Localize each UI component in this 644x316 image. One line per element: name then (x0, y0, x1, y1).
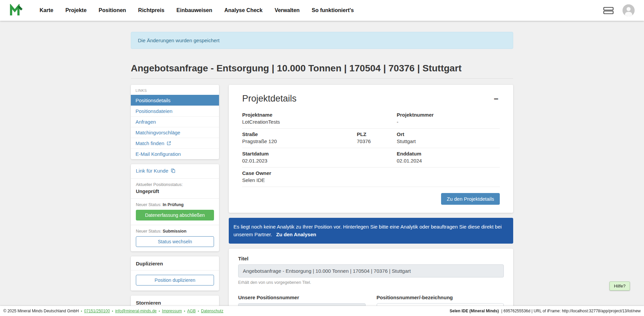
sidebar-item-label: Matchingvorschläge (136, 130, 180, 135)
projektnummer-field: Projektnummer - (397, 112, 500, 125)
titel-label: Titel (238, 256, 504, 261)
page-content: Die Änderungen wurden gespeichert Angebo… (131, 32, 513, 316)
sidebar: LINKS Positionsdetails Positionsdateien … (131, 85, 219, 316)
success-alert: Die Änderungen wurden gespeichert (131, 32, 513, 49)
position-number-label: Unsere Positionsnummer (238, 295, 366, 300)
enddatum-value: 02.01.2024 (397, 158, 500, 164)
nav-analyse-check[interactable]: Analyse Check (224, 7, 263, 13)
footer-phone-link[interactable]: 07151/250100 (84, 309, 110, 313)
submit-status-value: Submission (163, 229, 186, 234)
sidebar-item-label: Match finden (136, 140, 164, 146)
switch-status-button[interactable]: Status wechseln (136, 236, 214, 247)
nav-positionen[interactable]: Positionen (99, 7, 126, 13)
project-row-3: Startdatum 02.01.2023 Enddatum 02.01.202… (242, 148, 500, 168)
card-reader-icon[interactable] (603, 6, 614, 14)
collapse-button[interactable]: − (492, 95, 500, 103)
bullet-separator (81, 309, 82, 313)
top-navigation: Karte Projekte Positionen Richtpreis Ein… (0, 0, 644, 21)
custom-number-label: Positionsnummer/-bezeichnung (377, 295, 504, 300)
new-status-prefix: Neuer Status: (136, 229, 161, 234)
current-status-section: Aktueller Positionsstatus: Ungeprüft (131, 179, 219, 199)
projektnummer-label: Projektnummer (397, 112, 500, 118)
nav-so-funktionierts[interactable]: So funktioniert's (312, 7, 354, 13)
project-details-footer: Zu den Projektdetails (242, 193, 500, 205)
startdatum-label: Startdatum (242, 151, 397, 156)
footer: © 2025 Mineral Minds Deutschland GmbH 07… (0, 306, 644, 316)
footer-impressum-link[interactable]: Impressum (162, 309, 182, 313)
alert-message: Die Änderungen wurden gespeichert (138, 38, 220, 43)
footer-email-link[interactable]: info@mineral-minds.de (115, 309, 157, 313)
plz-label: PLZ (357, 131, 397, 137)
complete-data-entry-button[interactable]: Datenerfassung abschließen (136, 210, 214, 220)
nav-karte[interactable]: Karte (40, 7, 53, 13)
content-row: LINKS Positionsdetails Positionsdateien … (131, 85, 513, 316)
sidebar-item-label: E-Mail Konfiguration (136, 151, 181, 157)
duplicate-card-body: Position duplizieren (131, 270, 219, 291)
duplicate-card-title: Duplizieren (131, 256, 219, 270)
next-status-section: Neuer Status: In Prüfung Datenerfassung … (131, 199, 219, 225)
duplicate-position-button[interactable]: Position duplizieren (136, 275, 214, 286)
projektname-field: Projektname LotCreationTests (242, 112, 397, 125)
project-details-card: Projektdetails − Projektname LotCreation… (229, 85, 513, 213)
copyright-text: © 2025 Mineral Minds Deutschland GmbH (3, 309, 79, 313)
bullet-separator (184, 309, 185, 313)
projektname-label: Projektname (242, 112, 397, 118)
customer-link-label: Link für Kunde (136, 168, 168, 174)
project-details-link-button[interactable]: Zu den Projektdetails (441, 193, 500, 205)
next-status-label: Neuer Status: In Prüfung (136, 202, 214, 207)
sidebar-item-positionsdateien[interactable]: Positionsdateien (131, 106, 219, 116)
person-icon (623, 4, 635, 16)
session-details: | 69576255536d | URL of iFrame: http://l… (501, 309, 641, 313)
topnav-right (603, 4, 635, 16)
footer-agb-link[interactable]: AGB (187, 309, 196, 313)
help-button[interactable]: Hilfe? (609, 281, 630, 291)
strasse-label: Straße (242, 131, 357, 137)
nav-richtpreis[interactable]: Richtpreis (138, 7, 164, 13)
bullet-separator (159, 309, 160, 313)
plz-value: 70376 (357, 138, 397, 144)
footer-left: © 2025 Mineral Minds Deutschland GmbH 07… (3, 309, 223, 313)
case-owner-label: Case Owner (242, 170, 397, 176)
external-link-icon (167, 141, 171, 145)
current-status-value: Ungeprüft (136, 189, 214, 194)
brand-logo[interactable] (9, 4, 23, 17)
links-card: LINKS Positionsdetails Positionsdateien … (131, 85, 219, 159)
links-header: LINKS (131, 85, 219, 95)
session-user: Selen IDE (Mineral Minds) (450, 309, 499, 313)
next-status-value: In Prüfung (163, 202, 184, 207)
customer-link[interactable]: Link für Kunde (136, 168, 175, 174)
main-nav: Karte Projekte Positionen Richtpreis Ein… (40, 7, 354, 13)
strasse-field: Straße Pragstraße 120 (242, 131, 357, 144)
copy-icon (171, 168, 175, 173)
strasse-value: Pragstraße 120 (242, 138, 357, 144)
mineral-minds-logo-icon (9, 4, 23, 17)
project-details-title: Projektdetails (242, 93, 297, 104)
sidebar-item-match-finden[interactable]: Match finden (131, 138, 219, 148)
sidebar-item-positionsdetails[interactable]: Positionsdetails (131, 95, 219, 106)
user-avatar[interactable] (623, 4, 635, 16)
projektname-value: LotCreationTests (242, 119, 397, 125)
projektnummer-value: - (397, 119, 500, 125)
project-details-header: Projektdetails − (242, 93, 500, 104)
sidebar-item-anfragen[interactable]: Anfragen (131, 116, 219, 127)
analytics-banner: Es liegt noch keine Analytik zu Ihrer Po… (229, 218, 513, 244)
main-column: Projektdetails − Projektname LotCreation… (229, 85, 513, 316)
startdatum-field: Startdatum 02.01.2023 (242, 151, 397, 164)
nav-projekte[interactable]: Projekte (65, 7, 87, 13)
sidebar-item-matchingvorschlaege[interactable]: Matchingvorschläge (131, 127, 219, 138)
titel-input (238, 264, 504, 277)
analytics-link[interactable]: Zu den Analysen (276, 232, 316, 237)
submit-status-section: Neuer Status: Submission Status wechseln (131, 225, 219, 251)
footer-datenschutz-link[interactable]: Datenschutz (201, 309, 223, 313)
analytics-banner-text: Es liegt noch keine Analytik zu Ihrer Po… (233, 224, 502, 237)
sidebar-item-label: Anfragen (136, 119, 156, 125)
page-title: Angebotsanfrage - Entsorgung | 10.000 To… (131, 63, 513, 79)
nav-verwalten[interactable]: Verwalten (275, 7, 300, 13)
case-owner-value: Selen IDE (242, 177, 397, 183)
plz-field: PLZ 70376 (357, 131, 397, 144)
project-row-4: Case Owner Selen IDE (242, 168, 500, 187)
bullet-separator (112, 309, 113, 313)
nav-einbauweisen[interactable]: Einbauweisen (176, 7, 212, 13)
titel-help: Erhält den von uns vorgegebenen Titel. (238, 280, 504, 285)
sidebar-item-email-konfiguration[interactable]: E-Mail Konfiguration (131, 148, 219, 159)
